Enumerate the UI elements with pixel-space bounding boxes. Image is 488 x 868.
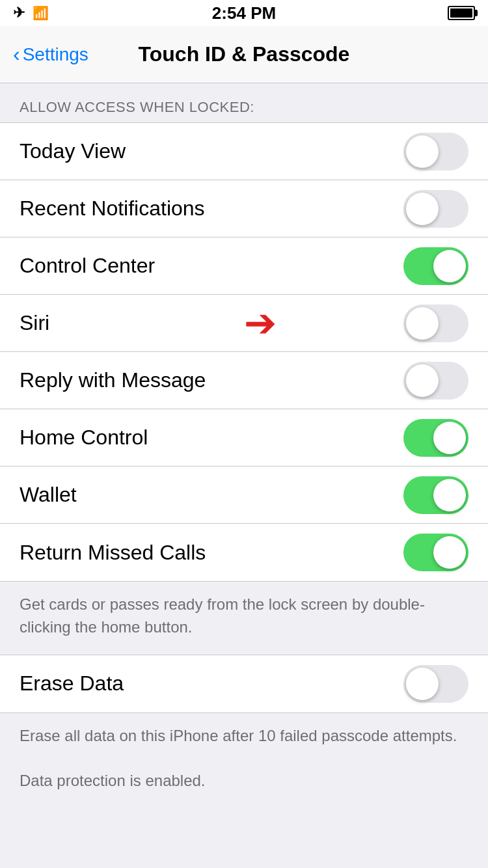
home-control-toggle[interactable] (403, 419, 468, 457)
back-label[interactable]: Settings (23, 44, 88, 65)
wallet-toggle[interactable] (403, 476, 468, 514)
recent-notifications-label: Recent Notifications (20, 197, 205, 221)
nav-bar: ‹ Settings Touch ID & Passcode (0, 26, 488, 83)
section-header: ALLOW ACCESS WHEN LOCKED: (0, 83, 488, 122)
siri-toggle[interactable] (403, 305, 468, 342)
toggle-knob (406, 307, 439, 340)
control-center-toggle[interactable] (403, 247, 468, 285)
erase-data-label: Erase Data (20, 671, 124, 696)
settings-group: Today View Recent Notifications Control … (0, 122, 488, 582)
home-control-row: Home Control (0, 409, 488, 467)
erase-note-2: Data protection is enabled. (20, 772, 206, 789)
today-view-label: Today View (20, 139, 126, 163)
erase-data-group: Erase Data (0, 655, 488, 713)
toggle-knob (406, 668, 439, 700)
chevron-left-icon: ‹ (13, 42, 20, 66)
status-right (448, 6, 475, 20)
toggle-knob (433, 422, 466, 454)
red-arrow-container: ➔ (244, 304, 277, 343)
status-left: ✈ 📶 (13, 5, 49, 21)
page-title: Touch ID & Passcode (139, 42, 350, 66)
today-view-toggle[interactable] (403, 133, 468, 170)
erase-data-row: Erase Data (0, 655, 488, 712)
toggle-knob (406, 135, 439, 168)
toggle-knob (433, 250, 466, 282)
airplane-icon: ✈ (13, 5, 25, 21)
siri-row: Siri ➔ (0, 295, 488, 352)
control-center-label: Control Center (20, 254, 155, 278)
wifi-icon: 📶 (33, 5, 49, 21)
return-missed-calls-row: Return Missed Calls (0, 524, 488, 581)
return-missed-calls-toggle[interactable] (403, 534, 468, 571)
wallet-label: Wallet (20, 483, 77, 507)
siri-label: Siri (20, 311, 49, 335)
toggle-knob (433, 536, 466, 569)
erase-data-toggle[interactable] (403, 665, 468, 703)
reply-with-message-toggle[interactable] (403, 362, 468, 400)
return-missed-calls-label: Return Missed Calls (20, 541, 206, 565)
today-view-row: Today View (0, 123, 488, 180)
status-bar: ✈ 📶 2:54 PM (0, 0, 488, 26)
toggle-knob (406, 193, 439, 225)
control-center-row: Control Center (0, 237, 488, 295)
toggle-knob (433, 479, 466, 511)
reply-with-message-row: Reply with Message (0, 352, 488, 409)
home-control-label: Home Control (20, 426, 148, 450)
back-button[interactable]: ‹ Settings (13, 42, 88, 66)
reply-with-message-label: Reply with Message (20, 368, 206, 392)
recent-notifications-toggle[interactable] (403, 190, 468, 228)
red-arrow-icon: ➔ (244, 304, 277, 343)
battery-icon (448, 6, 475, 20)
status-time: 2:54 PM (212, 3, 276, 23)
erase-note-1: Erase all data on this iPhone after 10 f… (0, 713, 488, 808)
wallet-footer-note: Get cards or passes ready from the lock … (0, 582, 488, 655)
recent-notifications-row: Recent Notifications (0, 180, 488, 237)
toggle-knob (406, 364, 439, 397)
wallet-row: Wallet (0, 467, 488, 524)
